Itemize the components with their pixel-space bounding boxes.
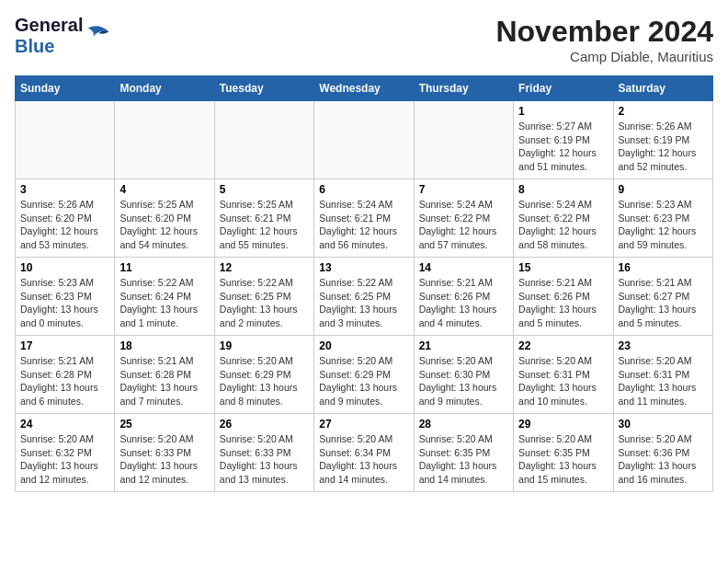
day-number: 16 <box>619 261 708 274</box>
table-row: 29Sunrise: 5:20 AMSunset: 6:35 PMDayligh… <box>514 414 613 492</box>
table-row <box>414 101 513 179</box>
table-row: 17Sunrise: 5:21 AMSunset: 6:28 PMDayligh… <box>16 336 115 414</box>
table-row: 9Sunrise: 5:23 AMSunset: 6:23 PMDaylight… <box>613 179 712 258</box>
table-row: 10Sunrise: 5:23 AMSunset: 6:23 PMDayligh… <box>16 258 115 336</box>
day-info: Sunrise: 5:21 AMSunset: 6:28 PMDaylight:… <box>20 354 109 408</box>
table-row: 1Sunrise: 5:27 AMSunset: 6:19 PMDaylight… <box>514 101 613 179</box>
day-info: Sunrise: 5:21 AMSunset: 6:26 PMDaylight:… <box>419 276 508 330</box>
table-row: 12Sunrise: 5:22 AMSunset: 6:25 PMDayligh… <box>214 258 313 336</box>
day-info: Sunrise: 5:21 AMSunset: 6:28 PMDaylight:… <box>119 354 209 408</box>
table-row: 21Sunrise: 5:20 AMSunset: 6:30 PMDayligh… <box>414 336 513 414</box>
day-info: Sunrise: 5:22 AMSunset: 6:24 PMDaylight:… <box>119 276 209 330</box>
day-number: 25 <box>119 418 209 431</box>
logo: General Blue <box>15 15 112 57</box>
col-thursday: Thursday <box>414 76 513 101</box>
logo-blue: Blue <box>15 36 83 57</box>
day-number: 22 <box>518 339 608 352</box>
day-number: 26 <box>220 418 309 431</box>
day-info: Sunrise: 5:27 AMSunset: 6:19 PMDaylight:… <box>518 120 608 174</box>
day-info: Sunrise: 5:20 AMSunset: 6:29 PMDaylight:… <box>220 354 309 408</box>
table-row: 11Sunrise: 5:22 AMSunset: 6:24 PMDayligh… <box>115 258 214 336</box>
table-row: 16Sunrise: 5:21 AMSunset: 6:27 PMDayligh… <box>613 258 712 336</box>
logo: General Blue <box>15 15 112 57</box>
calendar-week-row: 1Sunrise: 5:27 AMSunset: 6:19 PMDaylight… <box>16 101 713 179</box>
day-info: Sunrise: 5:23 AMSunset: 6:23 PMDaylight:… <box>20 276 109 330</box>
day-info: Sunrise: 5:21 AMSunset: 6:27 PMDaylight:… <box>619 276 708 330</box>
day-info: Sunrise: 5:20 AMSunset: 6:36 PMDaylight:… <box>619 432 708 487</box>
col-tuesday: Tuesday <box>214 76 313 101</box>
col-friday: Friday <box>514 76 613 101</box>
table-row: 14Sunrise: 5:21 AMSunset: 6:26 PMDayligh… <box>414 258 513 336</box>
day-info: Sunrise: 5:20 AMSunset: 6:35 PMDaylight:… <box>518 432 608 487</box>
table-row <box>115 101 214 179</box>
col-sunday: Sunday <box>16 76 115 101</box>
day-number: 14 <box>419 261 508 274</box>
table-row: 27Sunrise: 5:20 AMSunset: 6:34 PMDayligh… <box>314 414 414 492</box>
table-row: 23Sunrise: 5:20 AMSunset: 6:31 PMDayligh… <box>613 336 712 414</box>
calendar-week-row: 10Sunrise: 5:23 AMSunset: 6:23 PMDayligh… <box>16 258 713 336</box>
day-info: Sunrise: 5:23 AMSunset: 6:23 PMDaylight:… <box>619 198 708 252</box>
logo-bird-icon <box>86 21 112 47</box>
table-row: 3Sunrise: 5:26 AMSunset: 6:20 PMDaylight… <box>16 179 115 258</box>
day-info: Sunrise: 5:24 AMSunset: 6:21 PMDaylight:… <box>319 198 408 252</box>
day-number: 12 <box>220 261 309 274</box>
logo-text: General Blue <box>15 15 83 57</box>
table-row: 6Sunrise: 5:24 AMSunset: 6:21 PMDaylight… <box>314 179 414 258</box>
day-number: 4 <box>119 183 209 196</box>
day-number: 8 <box>518 183 608 196</box>
calendar-week-row: 24Sunrise: 5:20 AMSunset: 6:32 PMDayligh… <box>16 414 713 492</box>
day-number: 9 <box>619 183 708 196</box>
table-row: 28Sunrise: 5:20 AMSunset: 6:35 PMDayligh… <box>414 414 513 492</box>
day-number: 7 <box>419 183 508 196</box>
calendar-week-row: 17Sunrise: 5:21 AMSunset: 6:28 PMDayligh… <box>16 336 713 414</box>
table-row: 26Sunrise: 5:20 AMSunset: 6:33 PMDayligh… <box>214 414 313 492</box>
logo-general: General <box>15 15 83 36</box>
day-number: 6 <box>319 183 408 196</box>
calendar-week-row: 3Sunrise: 5:26 AMSunset: 6:20 PMDaylight… <box>16 179 713 258</box>
table-row: 20Sunrise: 5:20 AMSunset: 6:29 PMDayligh… <box>314 336 414 414</box>
day-number: 13 <box>319 261 408 274</box>
month-title: November 2024 <box>495 15 713 49</box>
day-info: Sunrise: 5:26 AMSunset: 6:20 PMDaylight:… <box>20 198 109 252</box>
day-number: 30 <box>619 418 708 431</box>
table-row: 18Sunrise: 5:21 AMSunset: 6:28 PMDayligh… <box>115 336 214 414</box>
day-number: 11 <box>119 261 209 274</box>
col-wednesday: Wednesday <box>314 76 414 101</box>
day-info: Sunrise: 5:26 AMSunset: 6:19 PMDaylight:… <box>619 120 708 174</box>
day-number: 2 <box>619 105 708 118</box>
day-info: Sunrise: 5:25 AMSunset: 6:20 PMDaylight:… <box>119 198 209 252</box>
day-info: Sunrise: 5:20 AMSunset: 6:35 PMDaylight:… <box>419 432 508 487</box>
day-info: Sunrise: 5:22 AMSunset: 6:25 PMDaylight:… <box>220 276 309 330</box>
table-row <box>314 101 414 179</box>
table-row <box>16 101 115 179</box>
day-number: 27 <box>319 418 408 431</box>
day-number: 15 <box>518 261 608 274</box>
title-area: November 2024 Camp Diable, Mauritius <box>495 15 713 64</box>
day-info: Sunrise: 5:24 AMSunset: 6:22 PMDaylight:… <box>419 198 508 252</box>
table-row: 7Sunrise: 5:24 AMSunset: 6:22 PMDaylight… <box>414 179 513 258</box>
day-info: Sunrise: 5:20 AMSunset: 6:34 PMDaylight:… <box>319 432 408 487</box>
page-header: General Blue November 2024 Camp Diable, … <box>15 15 713 64</box>
table-row <box>214 101 313 179</box>
col-saturday: Saturday <box>613 76 712 101</box>
day-number: 20 <box>319 339 408 352</box>
day-number: 18 <box>119 339 209 352</box>
day-info: Sunrise: 5:20 AMSunset: 6:31 PMDaylight:… <box>619 354 708 408</box>
day-number: 19 <box>220 339 309 352</box>
day-info: Sunrise: 5:20 AMSunset: 6:31 PMDaylight:… <box>518 354 608 408</box>
table-row: 8Sunrise: 5:24 AMSunset: 6:22 PMDaylight… <box>514 179 613 258</box>
day-number: 23 <box>619 339 708 352</box>
table-row: 24Sunrise: 5:20 AMSunset: 6:32 PMDayligh… <box>16 414 115 492</box>
day-number: 10 <box>20 261 109 274</box>
day-info: Sunrise: 5:22 AMSunset: 6:25 PMDaylight:… <box>319 276 408 330</box>
day-number: 5 <box>220 183 309 196</box>
day-info: Sunrise: 5:20 AMSunset: 6:30 PMDaylight:… <box>419 354 508 408</box>
table-row: 4Sunrise: 5:25 AMSunset: 6:20 PMDaylight… <box>115 179 214 258</box>
table-row: 13Sunrise: 5:22 AMSunset: 6:25 PMDayligh… <box>314 258 414 336</box>
day-info: Sunrise: 5:20 AMSunset: 6:29 PMDaylight:… <box>319 354 408 408</box>
day-number: 28 <box>419 418 508 431</box>
table-row: 2Sunrise: 5:26 AMSunset: 6:19 PMDaylight… <box>613 101 712 179</box>
day-info: Sunrise: 5:25 AMSunset: 6:21 PMDaylight:… <box>220 198 309 252</box>
table-row: 22Sunrise: 5:20 AMSunset: 6:31 PMDayligh… <box>514 336 613 414</box>
day-number: 29 <box>518 418 608 431</box>
